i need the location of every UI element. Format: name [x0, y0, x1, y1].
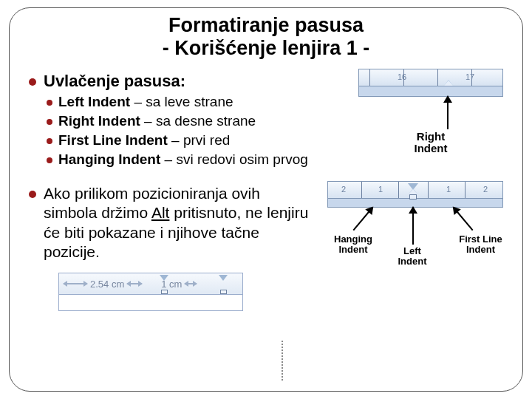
- indent-list: Left Indent – sa leve strane Right Inden…: [47, 94, 358, 168]
- definition: – svi redovi osim prvog: [160, 151, 308, 167]
- bullet-icon: [29, 78, 36, 86]
- arrow-icon: [412, 208, 414, 245]
- ruler-number: 1: [446, 185, 451, 194]
- bullet-icon: [47, 138, 52, 144]
- figure-three-indents: 2 1 1 2 Hanging Indent: [327, 181, 503, 267]
- ruler-segment: 16 17: [358, 69, 503, 86]
- indent-marker-icon: [219, 275, 228, 281]
- indent-marker-icon: [160, 275, 168, 281]
- list-item: First Line Indent – prvi red: [47, 132, 358, 149]
- right-indent-marker-icon: [443, 80, 454, 86]
- section-text: Uvlačenje pasusa: Left Indent – sa leve …: [29, 69, 358, 171]
- dotted-divider: [282, 341, 283, 381]
- section-heading: Uvlačenje pasusa:: [44, 72, 185, 91]
- alt-key-label: Alt: [151, 204, 170, 221]
- arrow-icon: [453, 207, 473, 231]
- arrow-up-icon: [447, 97, 449, 129]
- figure-label: Left Indent: [394, 246, 431, 266]
- definition: – prvi red: [168, 132, 230, 148]
- title-line-1: Formatiranje pasusa: [29, 14, 503, 37]
- figure-label: First Line Indent: [457, 234, 505, 254]
- figure-exact-positions: 2.54 cm 1 cm: [58, 273, 243, 311]
- title-line-2: - Korišćenje lenjira 1 -: [29, 37, 503, 60]
- indent-marker-icon: [161, 290, 168, 294]
- paragraph-text: Ako prilikom pozicioniranja ovih simbola…: [44, 184, 316, 262]
- ruler-number: 2: [483, 185, 488, 194]
- list-item: Right Indent – sa desne strane: [47, 113, 358, 129]
- ruler-number: 1: [378, 185, 383, 194]
- figure-label: Right Indent: [358, 131, 503, 154]
- list-item: Left Indent – sa leve strane: [47, 94, 358, 110]
- section-indent-types: Uvlačenje pasusa: Left Indent – sa leve …: [29, 69, 503, 171]
- slide-title: Formatiranje pasusa - Korišćenje lenjira…: [29, 14, 503, 60]
- list-item: Hanging Indent – svi redovi osim prvog: [47, 151, 358, 168]
- figure-label: Hanging Indent: [327, 234, 379, 254]
- ruler-number: 16: [398, 72, 406, 81]
- term: Left Indent: [58, 94, 130, 109]
- figure-right-indent: 16 17 Right Indent: [358, 69, 503, 171]
- ruler-bar: [358, 86, 503, 97]
- term: Hanging Indent: [58, 151, 160, 167]
- double-arrow-icon: [127, 283, 142, 284]
- bullet-icon: [47, 157, 52, 163]
- definition: – sa desne strane: [140, 113, 256, 129]
- slide-frame: Formatiranje pasusa - Korišćenje lenjira…: [9, 7, 523, 392]
- alt-key-text: Ako prilikom pozicioniranja ovih simbola…: [29, 184, 323, 264]
- indent-marker-icon: [220, 290, 227, 294]
- section-alt-key: Ako prilikom pozicioniranja ovih simbola…: [29, 181, 503, 267]
- left-indent-marker-icon: [409, 194, 417, 200]
- bullet-icon: [47, 100, 52, 106]
- ruler-measurement: 2.54 cm 1 cm: [58, 273, 243, 295]
- arrow-group: Hanging Indent Left Indent First Line In…: [327, 208, 503, 267]
- definition: – sa leve strane: [130, 94, 233, 109]
- section-heading-row: Uvlačenje pasusa:: [29, 72, 358, 91]
- term: First Line Indent: [58, 132, 168, 148]
- arrow-icon: [353, 207, 373, 231]
- double-arrow-icon: [64, 283, 87, 284]
- ruler-segment: 2 1 1 2: [327, 181, 503, 199]
- ruler-number: 17: [466, 72, 474, 81]
- ruler-number: 2: [341, 185, 346, 194]
- term: Right Indent: [58, 113, 140, 129]
- measurement-value: 2.54 cm: [90, 279, 124, 290]
- double-arrow-icon: [185, 283, 197, 284]
- bullet-icon: [29, 191, 36, 198]
- bullet-icon: [47, 119, 52, 125]
- page-area: [58, 295, 243, 311]
